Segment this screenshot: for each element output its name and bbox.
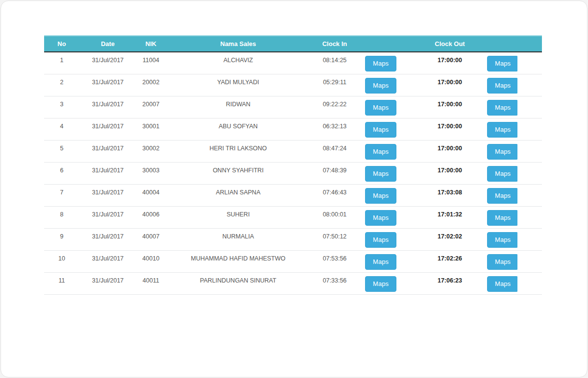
- attendance-table: No Date NIK Nama Sales Clock In Clock Ou…: [44, 35, 542, 295]
- clock-in-maps-button[interactable]: Maps: [365, 210, 396, 226]
- cell-clock-out: 17:00:00: [415, 96, 485, 118]
- clock-out-maps-button[interactable]: Maps: [487, 56, 517, 71]
- cell-clock-in-maps: Maps: [359, 74, 415, 96]
- cell-clock-out-maps: Maps: [485, 250, 517, 272]
- cell-nik: 30003: [136, 162, 166, 184]
- clock-out-maps-button[interactable]: Maps: [487, 210, 517, 226]
- cell-nik: 40006: [136, 206, 166, 228]
- clock-in-maps-button[interactable]: Maps: [365, 100, 396, 116]
- cell-nik: 11004: [136, 52, 166, 74]
- cell-no: 5: [44, 140, 79, 162]
- cell-no: 10: [44, 250, 79, 272]
- cell-clock-out: 17:00:00: [415, 118, 485, 140]
- cell-nik: 20002: [136, 74, 166, 96]
- cell-date: 31/Jul/2017: [79, 272, 136, 294]
- table-row: 10 31/Jul/2017 40010 MUHAMMAD HAFID MAHE…: [44, 250, 542, 272]
- clock-in-maps-button[interactable]: Maps: [365, 122, 396, 138]
- cell-clock-out-maps: Maps: [485, 184, 517, 206]
- cell-clock-out-maps: Maps: [485, 228, 517, 250]
- cell-spacer: [517, 250, 542, 272]
- cell-clock-in-maps: Maps: [359, 118, 415, 140]
- header-row: No Date NIK Nama Sales Clock In Clock Ou…: [44, 36, 542, 52]
- clock-out-maps-button[interactable]: Maps: [487, 78, 517, 94]
- clock-out-maps-button[interactable]: Maps: [487, 254, 517, 270]
- cell-nama-sales: PARLINDUNGAN SINURAT: [166, 272, 311, 294]
- cell-nama-sales: ABU SOFYAN: [166, 118, 311, 140]
- cell-clock-in-maps: Maps: [359, 272, 415, 294]
- column-header-nik: NIK: [136, 36, 166, 52]
- cell-spacer: [517, 206, 542, 228]
- cell-clock-in: 07:48:39: [311, 162, 359, 184]
- clock-out-maps-button[interactable]: Maps: [487, 232, 517, 248]
- cell-clock-in: 08:47:24: [311, 140, 359, 162]
- cell-spacer: [517, 52, 542, 74]
- clock-in-maps-button[interactable]: Maps: [365, 78, 396, 94]
- cell-no: 7: [44, 184, 79, 206]
- table-row: 4 31/Jul/2017 30001 ABU SOFYAN 06:32:13 …: [44, 118, 542, 140]
- cell-clock-out-maps: Maps: [485, 272, 517, 294]
- cell-clock-in-maps: Maps: [359, 162, 415, 184]
- cell-clock-out-maps: Maps: [485, 96, 517, 118]
- cell-spacer: [517, 272, 542, 294]
- cell-nama-sales: SUHERI: [166, 206, 311, 228]
- cell-nama-sales: ARLIAN SAPNA: [166, 184, 311, 206]
- cell-nama-sales: ALCHAVIZ: [166, 52, 311, 74]
- cell-clock-in: 09:22:22: [311, 96, 359, 118]
- cell-nik: 30001: [136, 118, 166, 140]
- table-row: 11 31/Jul/2017 40011 PARLINDUNGAN SINURA…: [44, 272, 542, 294]
- cell-nik: 30002: [136, 140, 166, 162]
- clock-in-maps-button[interactable]: Maps: [365, 144, 396, 160]
- clock-in-maps-button[interactable]: Maps: [365, 166, 396, 182]
- cell-clock-out-maps: Maps: [485, 140, 517, 162]
- clock-out-maps-button[interactable]: Maps: [487, 122, 517, 138]
- clock-in-maps-button[interactable]: Maps: [365, 56, 396, 71]
- clock-out-maps-button[interactable]: Maps: [487, 166, 517, 182]
- cell-nama-sales: NURMALIA: [166, 228, 311, 250]
- cell-nama-sales: HERI TRI LAKSONO: [166, 140, 311, 162]
- cell-clock-in: 07:53:56: [311, 250, 359, 272]
- column-header-date: Date: [79, 36, 136, 52]
- cell-clock-out-maps: Maps: [485, 74, 517, 96]
- cell-clock-in: 08:00:01: [311, 206, 359, 228]
- column-header-clock-out-maps: [485, 36, 517, 52]
- clock-out-maps-button[interactable]: Maps: [487, 276, 517, 292]
- cell-clock-in-maps: Maps: [359, 250, 415, 272]
- clock-in-maps-button[interactable]: Maps: [365, 254, 396, 270]
- cell-clock-out: 17:01:32: [415, 206, 485, 228]
- cell-date: 31/Jul/2017: [79, 184, 136, 206]
- cell-clock-out: 17:00:00: [415, 74, 485, 96]
- cell-date: 31/Jul/2017: [79, 228, 136, 250]
- cell-date: 31/Jul/2017: [79, 52, 136, 74]
- table-row: 2 31/Jul/2017 20002 YADI MULYADI 05:29:1…: [44, 74, 542, 96]
- cell-nama-sales: RIDWAN: [166, 96, 311, 118]
- column-header-clock-in-maps: [359, 36, 415, 52]
- cell-clock-out: 17:03:08: [415, 184, 485, 206]
- app-window: No Date NIK Nama Sales Clock In Clock Ou…: [0, 0, 588, 378]
- table-row: 3 31/Jul/2017 20007 RIDWAN 09:22:22 Maps…: [44, 96, 542, 118]
- column-header-clock-out: Clock Out: [415, 36, 485, 52]
- table-row: 1 31/Jul/2017 11004 ALCHAVIZ 08:14:25 Ma…: [44, 52, 542, 74]
- clock-in-maps-button[interactable]: Maps: [365, 232, 396, 248]
- clock-in-maps-button[interactable]: Maps: [365, 188, 396, 204]
- cell-clock-out-maps: Maps: [485, 52, 517, 74]
- cell-clock-in-maps: Maps: [359, 52, 415, 74]
- table-row: 5 31/Jul/2017 30002 HERI TRI LAKSONO 08:…: [44, 140, 542, 162]
- cell-date: 31/Jul/2017: [79, 206, 136, 228]
- cell-spacer: [517, 162, 542, 184]
- clock-out-maps-button[interactable]: Maps: [487, 144, 517, 160]
- cell-clock-out: 17:00:00: [415, 162, 485, 184]
- cell-spacer: [517, 140, 542, 162]
- cell-date: 31/Jul/2017: [79, 250, 136, 272]
- cell-clock-in: 07:50:12: [311, 228, 359, 250]
- cell-nik: 40007: [136, 228, 166, 250]
- cell-spacer: [517, 96, 542, 118]
- clock-in-maps-button[interactable]: Maps: [365, 276, 396, 292]
- cell-clock-out: 17:00:00: [415, 52, 485, 74]
- cell-date: 31/Jul/2017: [79, 140, 136, 162]
- clock-out-maps-button[interactable]: Maps: [487, 100, 517, 116]
- cell-clock-in-maps: Maps: [359, 206, 415, 228]
- cell-clock-out-maps: Maps: [485, 118, 517, 140]
- clock-out-maps-button[interactable]: Maps: [487, 188, 517, 204]
- cell-nik: 40004: [136, 184, 166, 206]
- column-header-nama-sales: Nama Sales: [166, 36, 311, 52]
